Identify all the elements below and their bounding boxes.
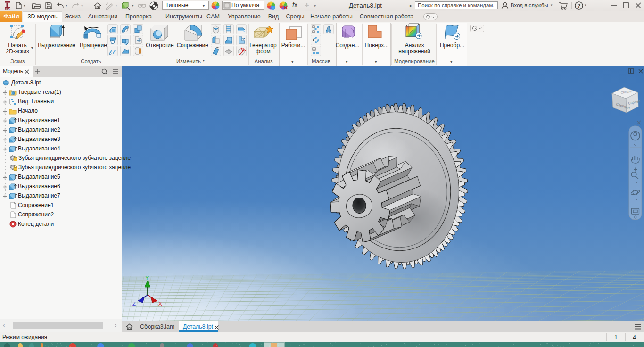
svg-text:?: ? xyxy=(578,3,581,8)
svg-text:Z: Z xyxy=(132,301,136,306)
svg-text:PRO: PRO xyxy=(5,8,10,11)
svg-text:Y: Y xyxy=(145,275,149,281)
svg-text:X: X xyxy=(158,301,162,306)
